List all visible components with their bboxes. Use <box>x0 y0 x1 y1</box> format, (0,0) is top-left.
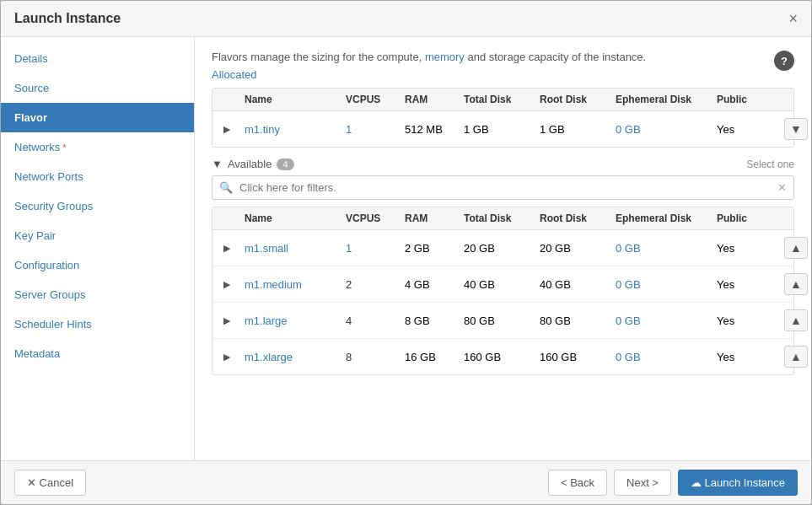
modal-header: Launch Instance × <box>1 1 811 37</box>
expand-m1.large-btn[interactable]: ▶ <box>219 313 234 328</box>
m1.large-name[interactable]: m1.large <box>245 314 346 327</box>
modal-footer: ✕ Cancel < Back Next > ☁ Launch Instance <box>1 460 811 504</box>
m1tiny-root-disk: 1 GB <box>540 123 616 136</box>
avail-col-ram-header: RAM <box>405 212 464 224</box>
m1.large-public: Yes <box>717 314 784 327</box>
expand-m1.medium-btn[interactable]: ▶ <box>219 277 234 292</box>
footer-right: < Back Next > ☁ Launch Instance <box>548 470 798 496</box>
content-area: Flavors manage the sizing for the comput… <box>195 37 811 460</box>
m1.medium-up-btn[interactable]: ▲ <box>784 273 808 295</box>
avail-col-ephemeral-header: Ephemeral Disk <box>616 212 717 224</box>
search-clear-btn[interactable]: ✕ <box>771 176 793 199</box>
m1.small-total-disk: 20 GB <box>464 242 540 255</box>
available-row-m1small: ▶ m1.small 1 2 GB 20 GB 20 GB 0 GB Yes ▲ <box>212 230 793 266</box>
m1.xlarge-up-btn[interactable]: ▲ <box>784 346 808 368</box>
m1.large-action-cell: ▲ <box>784 309 811 331</box>
m1.xlarge-name[interactable]: m1.xlarge <box>245 351 346 363</box>
m1.xlarge-ephemeral-disk: 0 GB <box>616 351 717 363</box>
search-input[interactable] <box>239 176 771 199</box>
m1.small-public: Yes <box>717 242 784 255</box>
sidebar-item-scheduler-hints[interactable]: Scheduler Hints <box>1 309 194 339</box>
m1tiny-down-btn[interactable]: ▼ <box>784 118 808 140</box>
m1tiny-action-cell: ▼ <box>784 118 811 140</box>
m1tiny-ephemeral-disk: 0 GB <box>616 123 717 136</box>
m1.small-ram: 2 GB <box>405 242 464 255</box>
m1.large-ephemeral-disk: 0 GB <box>616 314 717 327</box>
m1.medium-action-cell: ▲ <box>784 273 811 295</box>
m1.large-vcpus: 4 <box>346 314 405 327</box>
launch-instance-modal: Launch Instance × DetailsSourceFlavorNet… <box>0 0 812 505</box>
help-button[interactable]: ? <box>774 51 794 71</box>
main-content: Flavors manage the sizing for the comput… <box>195 37 811 460</box>
m1.xlarge-ram: 16 GB <box>405 351 464 363</box>
m1.large-total-disk: 80 GB <box>464 314 540 327</box>
m1.xlarge-root-disk: 160 GB <box>540 351 616 363</box>
m1.xlarge-total-disk: 160 GB <box>464 351 540 363</box>
col-total-disk-header: Total Disk <box>464 94 540 105</box>
search-bar: 🔍 ✕ <box>212 175 794 200</box>
col-ram-header: RAM <box>405 94 464 105</box>
col-vcpus-header: VCPUS <box>346 94 405 105</box>
col-public-header: Public <box>717 94 784 105</box>
expand-m1tiny-btn[interactable]: ▶ <box>219 121 234 137</box>
sidebar: DetailsSourceFlavorNetworks *Network Por… <box>1 37 195 460</box>
modal-title: Launch Instance <box>14 11 121 26</box>
allocated-row-m1tiny: ▶ m1.tiny 1 512 MB 1 GB 1 GB 0 GB Yes ▼ <box>212 111 793 147</box>
sidebar-item-network-ports[interactable]: Network Ports <box>1 162 194 191</box>
m1.medium-ram: 4 GB <box>405 278 464 291</box>
avail-col-total-disk-header: Total Disk <box>464 212 540 224</box>
m1.small-ephemeral-disk: 0 GB <box>616 242 717 255</box>
m1.large-ram: 8 GB <box>405 314 464 327</box>
m1tiny-total-disk: 1 GB <box>464 123 540 136</box>
available-row-m1xlarge: ▶ m1.xlarge 8 16 GB 160 GB 160 GB 0 GB Y… <box>212 339 793 374</box>
launch-button[interactable]: ☁ Launch Instance <box>678 470 798 496</box>
m1tiny-ram: 512 MB <box>405 123 464 136</box>
m1tiny-vcpus: 1 <box>346 123 405 136</box>
sidebar-item-key-pair[interactable]: Key Pair <box>1 221 194 250</box>
m1.small-name[interactable]: m1.small <box>245 242 346 255</box>
flavor-description: Flavors manage the sizing for the comput… <box>212 51 794 63</box>
modal-body: DetailsSourceFlavorNetworks *Network Por… <box>1 37 811 460</box>
avail-col-name-header: Name <box>245 212 346 224</box>
sidebar-item-source[interactable]: Source <box>1 73 194 103</box>
col-root-disk-header: Root Disk <box>540 94 616 105</box>
available-label-group[interactable]: ▼ Available 4 <box>212 158 294 170</box>
sidebar-item-details[interactable]: Details <box>1 44 194 73</box>
sidebar-item-server-groups[interactable]: Server Groups <box>1 280 194 309</box>
sidebar-item-metadata[interactable]: Metadata <box>1 339 194 368</box>
launch-icon: ☁ <box>691 476 702 489</box>
available-row-m1large: ▶ m1.large 4 8 GB 80 GB 80 GB 0 GB Yes ▲ <box>212 303 793 339</box>
select-one-label: Select one <box>746 158 794 170</box>
allocated-table: Name VCPUS RAM Total Disk Root Disk Ephe… <box>212 88 794 148</box>
avail-col-vcpus-header: VCPUS <box>346 212 405 224</box>
memory-link[interactable]: memory <box>425 51 465 63</box>
available-row-m1medium: ▶ m1.medium 2 4 GB 40 GB 40 GB 0 GB Yes … <box>212 266 793 303</box>
search-icon: 🔍 <box>212 176 239 199</box>
col-name-header: Name <box>245 94 346 105</box>
expand-m1.xlarge-btn[interactable]: ▶ <box>219 349 234 364</box>
m1.medium-total-disk: 40 GB <box>464 278 540 291</box>
available-text: Available <box>228 158 272 170</box>
m1.small-root-disk: 20 GB <box>540 242 616 255</box>
sidebar-item-networks[interactable]: Networks * <box>1 132 194 162</box>
close-button[interactable]: × <box>788 11 798 26</box>
m1.medium-root-disk: 40 GB <box>540 278 616 291</box>
m1.medium-vcpus: 2 <box>346 278 405 291</box>
sidebar-item-security-groups[interactable]: Security Groups <box>1 191 194 221</box>
col-action-header <box>784 94 811 105</box>
col-ephemeral-disk-header: Ephemeral Disk <box>616 94 717 105</box>
back-button[interactable]: < Back <box>548 470 607 496</box>
m1.xlarge-public: Yes <box>717 351 784 363</box>
m1.small-up-btn[interactable]: ▲ <box>784 237 808 259</box>
sidebar-item-flavor[interactable]: Flavor <box>1 103 194 132</box>
m1.large-up-btn[interactable]: ▲ <box>784 309 808 331</box>
m1tiny-name[interactable]: m1.tiny <box>245 123 346 136</box>
cancel-button[interactable]: ✕ Cancel <box>14 470 86 496</box>
expand-m1.small-btn[interactable]: ▶ <box>219 240 234 255</box>
m1.medium-name[interactable]: m1.medium <box>245 278 346 291</box>
sidebar-item-configuration[interactable]: Configuration <box>1 250 194 280</box>
m1.medium-ephemeral-disk: 0 GB <box>616 278 717 291</box>
available-table: Name VCPUS RAM Total Disk Root Disk Ephe… <box>212 207 794 375</box>
available-rows-container: ▶ m1.small 1 2 GB 20 GB 20 GB 0 GB Yes ▲… <box>212 230 793 374</box>
next-button[interactable]: Next > <box>614 470 671 496</box>
